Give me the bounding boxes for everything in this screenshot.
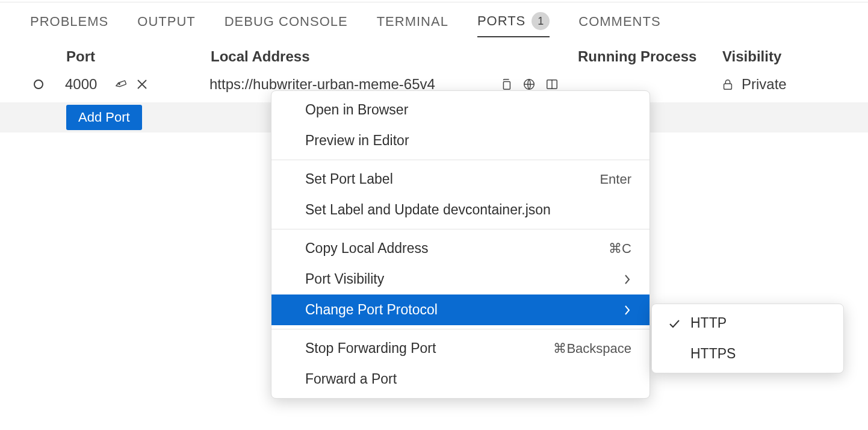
- port-context-menu: Open in Browser Preview in Editor Set Po…: [271, 90, 650, 399]
- svg-rect-1: [503, 81, 510, 89]
- panel-top-border: [0, 2, 868, 2]
- menu-copy-local-address[interactable]: Copy Local Address ⌘C: [271, 233, 649, 264]
- tab-debug-console[interactable]: DEBUG CONSOLE: [225, 14, 348, 36]
- label-icon[interactable]: [114, 78, 127, 91]
- menu-shortcut: ⌘C: [609, 241, 631, 257]
- port-number: 4000: [65, 76, 97, 93]
- check-icon: [668, 317, 681, 329]
- svg-point-0: [119, 83, 120, 84]
- column-header-running-process: Running Process: [578, 48, 722, 65]
- lock-icon: [721, 78, 734, 91]
- menu-label: Set Port Label: [305, 171, 393, 187]
- menu-shortcut: Enter: [600, 172, 631, 187]
- menu-label: Port Visibility: [305, 271, 384, 287]
- tab-ports-label: PORTS: [477, 13, 525, 29]
- visibility-value: Private: [742, 76, 787, 93]
- menu-open-in-browser[interactable]: Open in Browser: [271, 95, 649, 125]
- protocol-submenu: HTTP HTTPS: [651, 304, 844, 373]
- chevron-right-icon: [623, 304, 631, 317]
- menu-label: Change Port Protocol: [305, 302, 438, 318]
- menu-label: Copy Local Address: [305, 240, 429, 257]
- add-port-button[interactable]: Add Port: [66, 105, 142, 130]
- globe-icon[interactable]: [522, 78, 536, 91]
- submenu-label: HTTPS: [690, 346, 736, 362]
- menu-port-visibility[interactable]: Port Visibility: [271, 264, 649, 294]
- ports-count-badge: 1: [532, 12, 550, 30]
- chevron-right-icon: [623, 273, 631, 286]
- panel-tabs: PROBLEMS OUTPUT DEBUG CONSOLE TERMINAL P…: [30, 12, 661, 37]
- menu-shortcut: ⌘Backspace: [553, 341, 631, 357]
- svg-rect-4: [724, 84, 732, 89]
- tab-problems[interactable]: PROBLEMS: [30, 14, 108, 36]
- menu-separator: [271, 229, 649, 229]
- menu-set-port-label[interactable]: Set Port Label Enter: [271, 164, 649, 195]
- copy-icon[interactable]: [500, 78, 513, 91]
- menu-set-label-update-devcontainer[interactable]: Set Label and Update devcontainer.json: [271, 195, 649, 225]
- split-preview-icon[interactable]: [545, 78, 559, 91]
- menu-forward-a-port[interactable]: Forward a Port: [271, 364, 649, 394]
- ports-table-header: Port Local Address Running Process Visib…: [66, 48, 850, 65]
- close-icon[interactable]: [135, 78, 149, 91]
- menu-change-port-protocol[interactable]: Change Port Protocol: [271, 294, 649, 325]
- menu-label: Set Label and Update devcontainer.json: [305, 202, 551, 218]
- menu-separator: [271, 160, 649, 160]
- submenu-label: HTTP: [690, 315, 727, 331]
- tab-comments[interactable]: COMMENTS: [578, 14, 660, 36]
- submenu-http[interactable]: HTTP: [652, 308, 843, 338]
- menu-stop-forwarding-port[interactable]: Stop Forwarding Port ⌘Backspace: [271, 333, 649, 364]
- column-header-visibility: Visibility: [722, 48, 850, 65]
- menu-label: Preview in Editor: [305, 132, 409, 149]
- tab-ports[interactable]: PORTS 1: [477, 12, 550, 37]
- submenu-https[interactable]: HTTPS: [652, 338, 843, 369]
- menu-preview-in-editor[interactable]: Preview in Editor: [271, 125, 649, 156]
- menu-label: Stop Forwarding Port: [305, 340, 436, 357]
- tab-terminal[interactable]: TERMINAL: [377, 14, 448, 36]
- port-status-icon: [34, 79, 43, 89]
- tab-output[interactable]: OUTPUT: [137, 14, 195, 36]
- column-header-port: Port: [66, 48, 211, 65]
- menu-label: Forward a Port: [305, 371, 397, 387]
- menu-separator: [271, 329, 649, 329]
- column-header-local-address: Local Address: [211, 48, 578, 65]
- menu-label: Open in Browser: [305, 102, 408, 118]
